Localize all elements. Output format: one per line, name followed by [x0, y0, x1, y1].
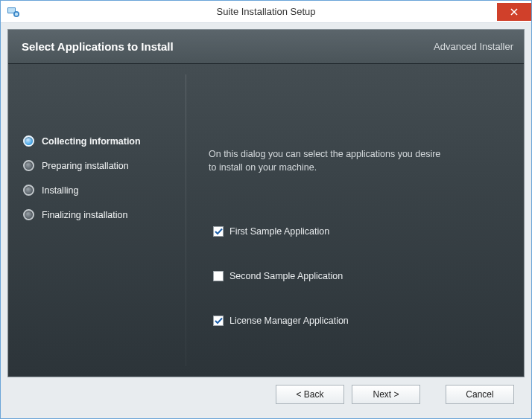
- titlebar: Suite Installation Setup: [1, 1, 531, 23]
- main-panel: Select Applications to Install Advanced …: [7, 29, 525, 377]
- step-label: Collecting information: [42, 136, 141, 147]
- application-list: First Sample Application Second Sample A…: [209, 226, 506, 326]
- page-title: Select Applications to Install: [22, 40, 174, 53]
- step-label: Preparing installation: [42, 161, 129, 171]
- content-area: On this dialog you can select the applic…: [186, 64, 524, 377]
- steps-sidebar: Collecting information Preparing install…: [8, 64, 186, 377]
- app-icon: [7, 5, 20, 19]
- close-icon: [510, 8, 518, 16]
- checkbox[interactable]: [213, 316, 224, 326]
- installer-window: Suite Installation Setup Select Applicat…: [0, 0, 532, 419]
- checkbox[interactable]: [213, 271, 224, 281]
- step-collecting-information: Collecting information: [23, 135, 186, 147]
- body: Select Applications to Install Advanced …: [1, 23, 531, 418]
- app-label: Second Sample Application: [229, 271, 343, 281]
- step-bullet-icon: [23, 160, 34, 171]
- step-finalizing-installation: Finalizing installation: [23, 209, 186, 220]
- app-label: First Sample Application: [229, 226, 329, 237]
- app-first-sample[interactable]: First Sample Application: [209, 226, 506, 237]
- step-label: Installing: [42, 185, 78, 196]
- check-icon: [215, 317, 223, 325]
- button-bar: < Back Next > Cancel: [7, 377, 525, 412]
- check-icon: [215, 228, 223, 236]
- next-button[interactable]: Next >: [352, 385, 420, 404]
- step-bullet-icon: [23, 209, 34, 220]
- app-second-sample[interactable]: Second Sample Application: [209, 271, 506, 281]
- svg-point-3: [15, 12, 18, 15]
- app-label: License Manager Application: [229, 316, 349, 326]
- step-bullet-icon: [23, 185, 34, 196]
- app-license-manager[interactable]: License Manager Application: [209, 316, 506, 326]
- panel-body: Collecting information Preparing install…: [8, 64, 524, 377]
- step-label: Finalizing installation: [42, 210, 127, 220]
- brand-label: Advanced Installer: [434, 41, 513, 52]
- step-bullet-icon: [23, 135, 34, 147]
- step-preparing-installation: Preparing installation: [23, 160, 186, 171]
- cancel-button[interactable]: Cancel: [446, 385, 514, 404]
- close-button[interactable]: [497, 3, 531, 21]
- step-installing: Installing: [23, 185, 186, 196]
- panel-header: Select Applications to Install Advanced …: [8, 30, 524, 64]
- back-button[interactable]: < Back: [276, 385, 344, 404]
- svg-rect-1: [8, 8, 15, 13]
- window-title: Suite Installation Setup: [1, 6, 531, 17]
- instructions-text: On this dialog you can select the applic…: [209, 147, 447, 174]
- checkbox[interactable]: [213, 226, 224, 237]
